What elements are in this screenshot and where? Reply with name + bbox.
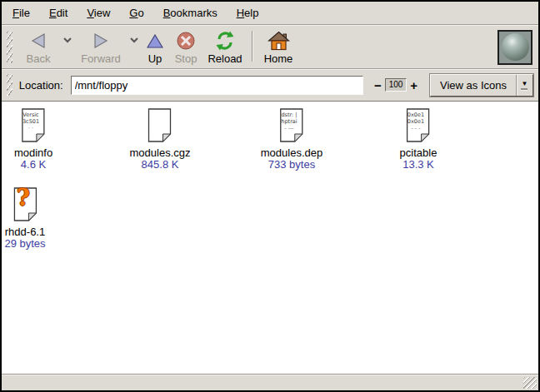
zoom-level-indicator: 100 [385, 78, 408, 92]
location-label: Location: [19, 79, 63, 92]
menu-edit[interactable]: Edit [43, 4, 73, 22]
toolbar-separator [252, 31, 252, 62]
location-bar-grip[interactable] [7, 74, 12, 96]
file-name: modules.dep [261, 147, 322, 159]
text-file-icon: dstr: | hptrai - --- [278, 108, 306, 143]
file-name: rhdd-6.1 [5, 226, 45, 238]
menubar: File Edit View Go Bookmarks Help [2, 2, 538, 25]
stop-label: Stop [175, 52, 198, 65]
file-name: pcitable [400, 147, 438, 159]
up-label: Up [148, 52, 162, 65]
view-mode-arrow[interactable]: ▼ [516, 75, 532, 96]
location-input[interactable] [71, 76, 363, 95]
forward-icon [92, 29, 109, 52]
reload-label: Reload [208, 52, 242, 65]
toolbar: Back Forward Up [2, 25, 538, 69]
forward-button[interactable]: Forward [75, 27, 127, 67]
menu-view[interactable]: View [81, 4, 116, 22]
file-modules-cgz[interactable]: modules.cgz 845.8 K [130, 108, 191, 171]
throbber-sphere-icon [502, 33, 529, 61]
back-icon [30, 29, 47, 52]
zoom-out-button[interactable]: − [371, 76, 385, 95]
document-icon [146, 108, 174, 143]
zoom-in-button[interactable]: + [407, 76, 421, 95]
resize-grip[interactable] [523, 377, 537, 389]
chevron-down-icon: ▼ [522, 81, 528, 87]
toolbar-grip[interactable] [7, 31, 12, 63]
file-manager-window: File Edit View Go Bookmarks Help Back Fo… [0, 0, 540, 392]
text-file-icon: Versic 3c501 · · [19, 108, 48, 143]
file-modules-dep[interactable]: dstr: | hptrai - --- modules.dep 733 byt… [261, 108, 322, 171]
up-button[interactable]: Up [142, 27, 168, 67]
home-label: Home [264, 52, 293, 65]
home-button[interactable]: Home [258, 27, 298, 67]
file-modinfo[interactable]: Versic 3c501 · · modinfo 4.6 K [14, 108, 52, 171]
stop-icon [176, 29, 196, 52]
unknown-file-icon: ? [11, 187, 39, 222]
file-name: modules.cgz [130, 147, 191, 159]
dropdown-dash-icon [521, 88, 528, 90]
forward-label: Forward [81, 52, 121, 65]
back-history-dropdown-icon[interactable] [60, 27, 75, 53]
status-bar [2, 374, 538, 390]
menu-file[interactable]: File [7, 4, 36, 22]
file-pcitable[interactable]: 0x0e1 0x0e1 - - - pcitable 13.3 K [400, 108, 438, 171]
file-size: 29 bytes [4, 238, 45, 250]
file-size: 13.3 K [402, 159, 434, 171]
view-mode-label: View as Icons [431, 75, 516, 96]
text-file-icon: 0x0e1 0x0e1 - - - [404, 108, 432, 143]
question-mark-icon: ? [11, 185, 36, 211]
location-bar: Location: − 100 + View as Icons ▼ [2, 69, 538, 102]
icon-view: Versic 3c501 · · modinfo 4.6 K modules.c… [2, 102, 538, 374]
file-rhdd-6-1[interactable]: ? rhdd-6.1 29 bytes [4, 187, 45, 250]
throbber [498, 30, 532, 65]
reload-icon [215, 29, 235, 52]
view-mode-dropdown[interactable]: View as Icons ▼ [430, 74, 533, 97]
stop-button[interactable]: Stop [168, 27, 203, 67]
menu-go[interactable]: Go [123, 4, 149, 22]
file-size: 4.6 K [21, 159, 46, 171]
file-size: 845.8 K [142, 159, 179, 171]
forward-history-dropdown-icon[interactable] [127, 27, 142, 53]
home-icon [268, 29, 290, 52]
back-label: Back [27, 52, 51, 65]
back-button[interactable]: Back [17, 27, 60, 67]
menu-bookmarks[interactable]: Bookmarks [158, 4, 223, 22]
menu-help[interactable]: Help [231, 4, 265, 22]
up-icon [147, 29, 163, 52]
reload-button[interactable]: Reload [203, 27, 247, 67]
file-name: modinfo [14, 147, 52, 159]
file-size: 733 bytes [268, 159, 315, 171]
